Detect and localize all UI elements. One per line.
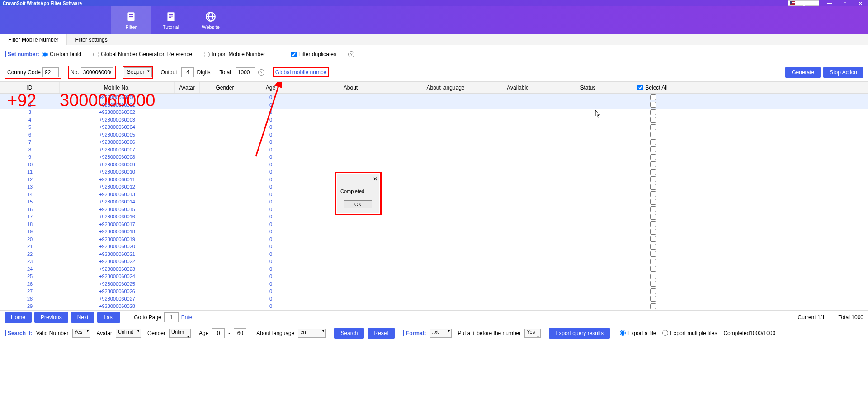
table-row[interactable]: 28+9230000600270 [0, 295, 868, 303]
table-row[interactable]: 10+9230000600090 [0, 161, 868, 169]
output-input[interactable] [181, 67, 194, 77]
table-row[interactable]: 20+9230000600190 [0, 236, 868, 243]
table-row[interactable]: 29+9230000600280 [0, 302, 868, 310]
filter-tool[interactable]: Filter [111, 6, 151, 34]
row-checkbox[interactable] [650, 259, 656, 264]
row-checkbox[interactable] [650, 191, 656, 197]
previous-button[interactable]: Previous [34, 312, 68, 323]
help-icon-2[interactable]: ? [258, 69, 264, 76]
th-gender[interactable]: Gender [200, 82, 250, 93]
row-checkbox[interactable] [650, 274, 656, 279]
minimize-button[interactable]: — [822, 0, 837, 6]
row-checkbox[interactable] [650, 124, 656, 130]
dialog-ok-button[interactable]: OK [344, 200, 372, 208]
maximize-button[interactable]: □ [837, 0, 853, 6]
valid-number-select[interactable]: Yes [72, 329, 90, 338]
tab-filter-mobile[interactable]: Filter Mobile Number [0, 34, 67, 45]
row-checkbox[interactable] [650, 303, 656, 309]
row-checkbox[interactable] [650, 109, 656, 115]
home-button[interactable]: Home [5, 312, 32, 323]
row-checkbox[interactable] [650, 154, 656, 160]
table-row[interactable]: 18+9230000600170 [0, 221, 868, 228]
search-button[interactable]: Search [334, 328, 364, 339]
th-id[interactable]: ID [0, 82, 60, 93]
table-row[interactable]: 8+9230000600070 [0, 146, 868, 154]
table-row[interactable]: 24+9230000600230 [0, 265, 868, 273]
row-checkbox[interactable] [650, 214, 656, 220]
table-row[interactable]: 15+9230000600140 [0, 198, 868, 206]
total-input[interactable] [236, 67, 255, 77]
checkbox-filter-duplicates[interactable]: Filter duplicates [291, 51, 336, 57]
table-row[interactable]: 7+9230000600060 [0, 138, 868, 146]
table-row[interactable]: 4+9230000600030 [0, 116, 868, 124]
table-row[interactable]: 21+9230000600200 [0, 243, 868, 250]
row-checkbox[interactable] [650, 161, 656, 167]
table-row[interactable]: 2+9230000600010 [0, 101, 868, 109]
th-available[interactable]: Available [481, 82, 555, 93]
export-results-button[interactable]: Export query results [549, 328, 610, 339]
th-mobile[interactable]: Mobile No. [60, 82, 175, 93]
row-checkbox[interactable] [650, 146, 656, 152]
row-checkbox[interactable] [650, 169, 656, 175]
table-row[interactable]: 26+9230000600250 [0, 280, 868, 288]
reset-button[interactable]: Reset [368, 328, 394, 339]
row-checkbox[interactable] [650, 199, 656, 205]
age-to-input[interactable] [234, 328, 246, 338]
th-select-all[interactable]: Select All [621, 82, 684, 93]
row-checkbox[interactable] [650, 102, 656, 108]
tab-filter-settings[interactable]: Filter settings [67, 34, 116, 45]
table-row[interactable]: 22+9230000600210 [0, 250, 868, 258]
format-select[interactable]: .txt [430, 329, 452, 338]
table-row[interactable]: 5+9230000600040 [0, 123, 868, 131]
age-from-input[interactable] [212, 328, 225, 338]
no-input[interactable] [81, 67, 113, 77]
dialog-close-icon[interactable]: ✕ [373, 176, 377, 182]
stop-action-button[interactable]: Stop Action [823, 67, 863, 78]
radio-export-multi[interactable]: Export multiple files [662, 330, 717, 336]
row-checkbox[interactable] [650, 117, 656, 123]
table-row[interactable]: 12+9230000600110 [0, 176, 868, 184]
next-button[interactable]: Next [71, 312, 95, 323]
global-mobile-link[interactable]: Global mobile numbe [275, 69, 326, 76]
about-lang-select[interactable]: en [298, 329, 326, 338]
row-checkbox[interactable] [650, 266, 656, 272]
sequer-dropdown[interactable]: Sequer [124, 67, 152, 77]
radio-custom-build[interactable]: Custom build [42, 51, 81, 57]
goto-page-input[interactable] [164, 312, 179, 322]
row-checkbox[interactable] [650, 176, 656, 182]
radio-import[interactable]: Import Mobile Number [204, 51, 265, 57]
radio-global-ref[interactable]: Global Number Generation Reference [93, 51, 192, 57]
table-row[interactable]: 25+9230000600240 [0, 273, 868, 280]
table-row[interactable]: 27+9230000600260 [0, 288, 868, 295]
enter-button[interactable]: Enter [181, 314, 194, 321]
table-row[interactable]: 16+9230000600150 [0, 206, 868, 213]
language-selector[interactable]: English ▾ [788, 0, 819, 6]
th-status[interactable]: Status [555, 82, 621, 93]
website-tool[interactable]: Website [191, 6, 231, 34]
row-checkbox[interactable] [650, 244, 656, 250]
th-about[interactable]: About [291, 82, 410, 93]
table-row[interactable]: 3+9230000600020 [0, 109, 868, 116]
row-checkbox[interactable] [650, 251, 656, 257]
select-all-checkbox[interactable] [637, 85, 643, 90]
th-about-lang[interactable]: About language [410, 82, 481, 93]
avatar-select[interactable]: Unlimit [116, 329, 141, 338]
country-code-input[interactable] [42, 67, 59, 77]
row-checkbox[interactable] [650, 184, 656, 190]
table-row[interactable]: 11+9230000600100 [0, 168, 868, 176]
generate-button[interactable]: Generate [785, 67, 821, 78]
table-row[interactable]: 19+9230000600180 [0, 228, 868, 236]
row-checkbox[interactable] [650, 206, 656, 212]
row-checkbox[interactable] [650, 139, 656, 145]
row-checkbox[interactable] [650, 132, 656, 137]
table-row[interactable]: 6+9230000600050 [0, 131, 868, 139]
row-checkbox[interactable] [650, 288, 656, 294]
table-row[interactable]: 17+9230000600160 [0, 213, 868, 221]
table-row[interactable]: 1+9230000600000 [0, 94, 868, 101]
gender-select[interactable]: Unlim [169, 329, 191, 338]
row-checkbox[interactable] [650, 296, 656, 302]
th-avatar[interactable]: Avatar [175, 82, 200, 93]
radio-export-file[interactable]: Export a file [620, 330, 656, 336]
row-checkbox[interactable] [650, 221, 656, 227]
close-button[interactable]: ✕ [853, 0, 868, 6]
